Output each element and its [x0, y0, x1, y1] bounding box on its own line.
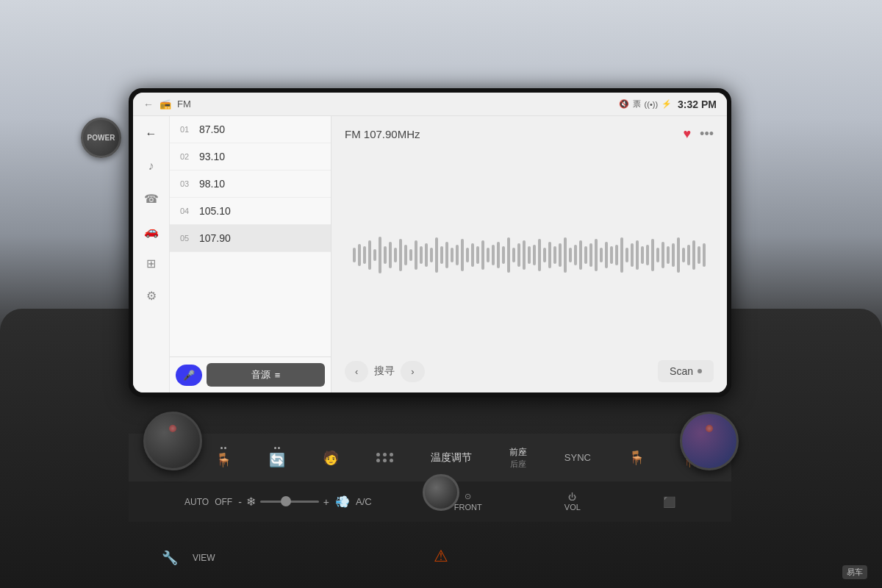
warning-triangle[interactable]: ⚠: [434, 547, 448, 566]
now-playing-title: FM 107.90MHz: [345, 128, 420, 140]
time-display: 3:32 PM: [678, 98, 717, 110]
fan-icon: ❄: [246, 495, 256, 509]
front-icon: ⊙: [465, 492, 471, 501]
svg-rect-65: [687, 245, 690, 265]
station-item[interactable]: 04 105.10: [170, 198, 331, 225]
temp-section: 温度调节: [431, 451, 472, 465]
back-arrow-icon[interactable]: ←: [143, 98, 154, 110]
vol-label: VOL: [564, 503, 581, 512]
station-num-5: 05: [180, 234, 193, 243]
minus-label[interactable]: -: [238, 496, 242, 508]
svg-rect-1: [358, 244, 361, 266]
svg-rect-4: [373, 249, 376, 261]
now-playing-panel: FM 107.90MHz ♥ •••: [331, 116, 727, 392]
svg-rect-49: [605, 242, 608, 268]
power-button[interactable]: POWER: [81, 118, 121, 158]
svg-rect-60: [662, 242, 664, 268]
source-menu-icon: ≡: [275, 370, 281, 381]
heat-dots-3: [274, 447, 280, 449]
sidebar-item-music[interactable]: ♪: [140, 154, 163, 178]
left-temp-knob[interactable]: [143, 412, 202, 470]
next-icon: ›: [411, 366, 414, 377]
front-seat-label: 前座: [509, 446, 527, 459]
svg-rect-31: [512, 248, 515, 262]
more-options-button[interactable]: •••: [700, 126, 714, 142]
station-item[interactable]: 02 93.10: [170, 143, 331, 171]
right-temp-knob-area: [680, 412, 739, 470]
station-item[interactable]: 01 87.50: [170, 116, 331, 143]
search-controls: ‹ 搜寻 ›: [345, 361, 425, 382]
volume-knob[interactable]: [423, 474, 459, 511]
prev-icon: ‹: [355, 366, 358, 377]
scan-label: Scan: [670, 365, 693, 377]
sidebar-item-phone[interactable]: ☎: [140, 187, 163, 210]
station-freq-1: 87.50: [199, 123, 225, 135]
svg-rect-9: [399, 239, 402, 271]
sidebar-item-apps[interactable]: ⊞: [140, 251, 163, 275]
vol-icon: ⏻: [568, 492, 576, 501]
fan-dots: [376, 453, 394, 462]
svg-rect-62: [672, 243, 675, 267]
seat-heat-icon-r1: 🪑: [628, 450, 645, 466]
screen-bezel: ← 📻 FM 🔇 票 ((•)) ⚡ 3:32 PM ← ♪ ☎: [129, 88, 731, 397]
now-playing-header: FM 107.90MHz ♥ •••: [345, 126, 714, 142]
svg-rect-48: [600, 248, 603, 262]
left-knob-area: AUTO OFF - ❄ + 💨 A/C: [184, 495, 372, 509]
svg-rect-41: [564, 237, 567, 273]
sidebar-item-back[interactable]: ←: [140, 122, 163, 146]
svg-rect-52: [620, 237, 623, 273]
svg-rect-29: [502, 246, 505, 264]
station-item[interactable]: 03 98.10: [170, 171, 331, 198]
source-button[interactable]: 音源 ≡: [207, 363, 325, 387]
seat-heat-left-2[interactable]: 🪑: [215, 447, 232, 468]
ac-label: A/C: [356, 496, 372, 507]
svg-rect-26: [487, 248, 490, 262]
svg-rect-44: [579, 240, 582, 270]
svg-rect-30: [507, 237, 510, 273]
svg-rect-28: [497, 242, 500, 268]
svg-rect-50: [610, 246, 613, 264]
svg-rect-32: [517, 243, 520, 267]
view-btn[interactable]: VIEW: [193, 553, 215, 563]
source-label-text: 音源: [251, 368, 270, 381]
scan-button[interactable]: Scan: [658, 360, 714, 382]
station-item-active[interactable]: 05 107.90: [170, 225, 331, 252]
vent-icon[interactable]: 💨: [335, 495, 350, 509]
svg-rect-16: [435, 237, 438, 273]
driver-icon: 🧑: [323, 450, 339, 466]
view-label: VIEW: [193, 553, 215, 563]
steering-heat[interactable]: 🔄: [269, 447, 285, 468]
right-temp-knob[interactable]: [680, 412, 739, 470]
svg-rect-45: [584, 246, 587, 264]
driver-icon-btn[interactable]: 🧑: [323, 450, 339, 466]
signal-icon: 票: [633, 98, 641, 110]
favorite-button[interactable]: ♥: [683, 126, 691, 142]
svg-rect-2: [363, 246, 366, 264]
next-button[interactable]: ›: [401, 361, 424, 382]
svg-rect-18: [445, 242, 448, 268]
svg-rect-36: [538, 239, 541, 271]
svg-rect-64: [682, 248, 685, 262]
source-label: FM: [177, 98, 191, 110]
sidebar-item-settings[interactable]: ⚙: [140, 284, 163, 307]
seat-heat-right-1[interactable]: 🪑: [628, 450, 645, 466]
plus-label[interactable]: +: [323, 496, 329, 508]
svg-rect-27: [492, 245, 495, 265]
svg-rect-58: [651, 239, 654, 271]
steering-wheel-icon: 🔧: [162, 550, 178, 566]
station-freq-2: 93.10: [199, 151, 225, 162]
sidebar-item-car[interactable]: 🚗: [140, 219, 163, 243]
prev-button[interactable]: ‹: [345, 361, 368, 382]
main-content: ← ♪ ☎ 🚗 ⊞ ⚙ 01 87.50 02 93.10: [133, 116, 727, 392]
steering-btn[interactable]: 🔧: [162, 550, 178, 566]
status-bar: ← 📻 FM 🔇 票 ((•)) ⚡ 3:32 PM: [133, 93, 727, 116]
svg-rect-24: [476, 246, 479, 264]
svg-rect-13: [420, 246, 423, 264]
fan-thumb[interactable]: [281, 496, 291, 506]
svg-rect-67: [698, 246, 700, 264]
svg-rect-10: [404, 245, 407, 265]
watermark-text: 易车: [847, 567, 863, 576]
waveform-svg: [345, 233, 714, 277]
mic-button[interactable]: 🎤: [176, 365, 202, 386]
svg-rect-66: [692, 240, 695, 270]
